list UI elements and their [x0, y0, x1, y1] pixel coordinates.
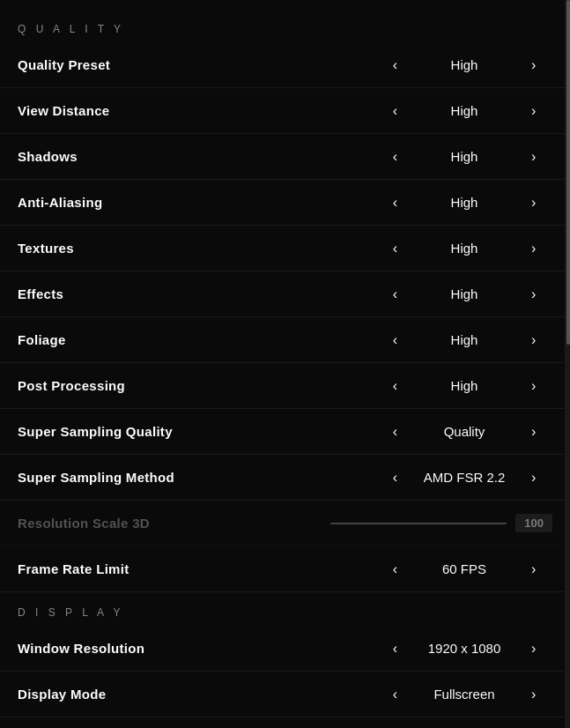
- textures-next[interactable]: ›: [524, 238, 543, 259]
- frame-rate-limit-next[interactable]: ›: [524, 559, 543, 580]
- quality-section-header: Q U A L I T Y: [0, 9, 570, 42]
- post-processing-prev[interactable]: ‹: [386, 375, 404, 397]
- foliage-row: Foliage ‹ High ›: [0, 317, 570, 363]
- post-processing-control: ‹ High ›: [376, 375, 552, 397]
- effects-value: High: [411, 286, 517, 301]
- anti-aliasing-prev[interactable]: ‹: [386, 192, 404, 213]
- super-sampling-method-prev[interactable]: ‹: [386, 467, 404, 488]
- settings-panel: Q U A L I T Y Quality Preset ‹ High › Vi…: [0, 0, 570, 728]
- anti-aliasing-label: Anti-Aliasing: [18, 195, 376, 210]
- shadows-next[interactable]: ›: [524, 146, 543, 167]
- window-resolution-control: ‹ 1920 x 1080 ›: [376, 638, 552, 659]
- textures-prev[interactable]: ‹: [386, 238, 404, 259]
- view-distance-next[interactable]: ›: [524, 100, 543, 122]
- display-mode-row: Display Mode ‹ Fullscreen ›: [0, 672, 570, 717]
- anti-aliasing-next[interactable]: ›: [524, 192, 543, 213]
- textures-value: High: [411, 241, 517, 256]
- shadows-control: ‹ High ›: [376, 146, 552, 167]
- window-resolution-row: Window Resolution ‹ 1920 x 1080 ›: [0, 626, 570, 672]
- shadows-row: Shadows ‹ High ›: [0, 134, 570, 180]
- resolution-scale-control: 100: [285, 514, 553, 532]
- display-mode-next[interactable]: ›: [524, 684, 543, 705]
- settings-container: Q U A L I T Y Quality Preset ‹ High › Vi…: [0, 0, 570, 728]
- view-distance-prev[interactable]: ‹: [386, 100, 404, 122]
- frame-rate-limit-row: Frame Rate Limit ‹ 60 FPS ›: [0, 546, 570, 592]
- super-sampling-quality-control: ‹ Quality ›: [376, 421, 552, 442]
- frame-rate-limit-value: 60 FPS: [411, 561, 517, 576]
- window-resolution-next[interactable]: ›: [524, 638, 543, 659]
- shadows-value: High: [411, 149, 517, 164]
- scrollbar-thumb[interactable]: [566, 0, 570, 345]
- effects-label: Effects: [18, 286, 376, 301]
- super-sampling-method-value: AMD FSR 2.2: [411, 470, 517, 485]
- view-distance-row: View Distance ‹ High ›: [0, 88, 570, 134]
- textures-control: ‹ High ›: [376, 238, 552, 259]
- anti-aliasing-row: Anti-Aliasing ‹ High ›: [0, 180, 570, 226]
- effects-row: Effects ‹ High ›: [0, 271, 570, 317]
- shadows-label: Shadows: [18, 149, 376, 164]
- quality-preset-prev[interactable]: ‹: [386, 55, 404, 76]
- post-processing-label: Post Processing: [18, 378, 376, 393]
- scrollbar[interactable]: [565, 0, 570, 728]
- foliage-label: Foliage: [18, 332, 376, 347]
- view-distance-label: View Distance: [18, 103, 376, 118]
- super-sampling-quality-value: Quality: [411, 424, 517, 439]
- super-sampling-method-row: Super Sampling Method ‹ AMD FSR 2.2 ›: [0, 455, 570, 501]
- anti-aliasing-value: High: [411, 195, 517, 210]
- quality-preset-row: Quality Preset ‹ High ›: [0, 42, 570, 88]
- super-sampling-quality-row: Super Sampling Quality ‹ Quality ›: [0, 409, 570, 455]
- shadows-prev[interactable]: ‹: [386, 146, 404, 167]
- view-distance-control: ‹ High ›: [376, 100, 552, 122]
- display-mode-label: Display Mode: [18, 687, 376, 702]
- super-sampling-method-next[interactable]: ›: [524, 467, 543, 488]
- resolution-scale-label: Resolution Scale 3D: [18, 516, 285, 531]
- display-mode-value: Fullscreen: [411, 687, 517, 702]
- super-sampling-quality-next[interactable]: ›: [524, 421, 543, 442]
- resolution-scale-row: Resolution Scale 3D 100: [0, 501, 570, 546]
- view-distance-value: High: [411, 103, 517, 118]
- foliage-value: High: [411, 332, 517, 347]
- display-section-header: D I S P L A Y: [0, 592, 570, 626]
- textures-row: Textures ‹ High ›: [0, 226, 570, 271]
- quality-preset-label: Quality Preset: [18, 57, 376, 72]
- anti-aliasing-control: ‹ High ›: [376, 192, 552, 213]
- frame-rate-limit-control: ‹ 60 FPS ›: [376, 559, 552, 580]
- resolution-scale-fill: [330, 523, 507, 524]
- resolution-scale-value: 100: [515, 514, 552, 532]
- super-sampling-method-label: Super Sampling Method: [18, 470, 376, 485]
- effects-control: ‹ High ›: [376, 284, 552, 305]
- display-mode-control: ‹ Fullscreen ›: [376, 684, 552, 705]
- super-sampling-quality-label: Super Sampling Quality: [18, 424, 376, 439]
- effects-prev[interactable]: ‹: [386, 284, 404, 305]
- resolution-scale-track[interactable]: [330, 523, 507, 524]
- post-processing-value: High: [411, 378, 517, 393]
- window-resolution-value: 1920 x 1080: [411, 641, 517, 656]
- effects-next[interactable]: ›: [524, 284, 543, 305]
- post-processing-next[interactable]: ›: [524, 375, 543, 397]
- quality-preset-value: High: [411, 57, 517, 72]
- window-resolution-prev[interactable]: ‹: [386, 638, 404, 659]
- quality-preset-control: ‹ High ›: [376, 55, 552, 76]
- display-mode-prev[interactable]: ‹: [386, 684, 404, 705]
- vsync-row: VSync ‹ On ›: [0, 717, 570, 728]
- frame-rate-limit-label: Frame Rate Limit: [18, 561, 376, 576]
- super-sampling-quality-prev[interactable]: ‹: [386, 421, 404, 442]
- quality-preset-next[interactable]: ›: [524, 55, 543, 76]
- foliage-prev[interactable]: ‹: [386, 330, 404, 351]
- window-resolution-label: Window Resolution: [18, 641, 376, 656]
- foliage-next[interactable]: ›: [524, 330, 543, 351]
- foliage-control: ‹ High ›: [376, 330, 552, 351]
- super-sampling-method-control: ‹ AMD FSR 2.2 ›: [376, 467, 552, 488]
- textures-label: Textures: [18, 241, 376, 256]
- frame-rate-limit-prev[interactable]: ‹: [386, 559, 404, 580]
- post-processing-row: Post Processing ‹ High ›: [0, 363, 570, 409]
